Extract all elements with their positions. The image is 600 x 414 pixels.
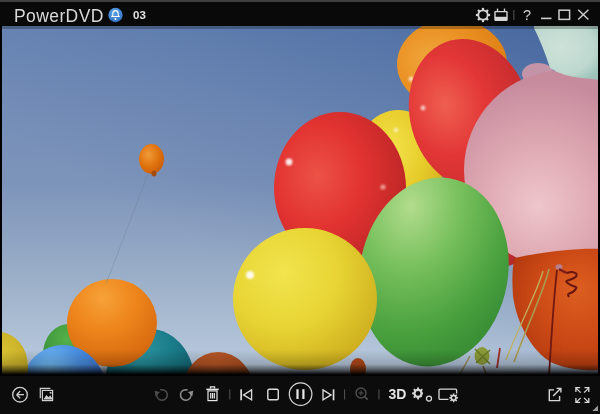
svg-text:?: ? xyxy=(523,7,531,23)
svg-text:3D: 3D xyxy=(389,386,407,402)
